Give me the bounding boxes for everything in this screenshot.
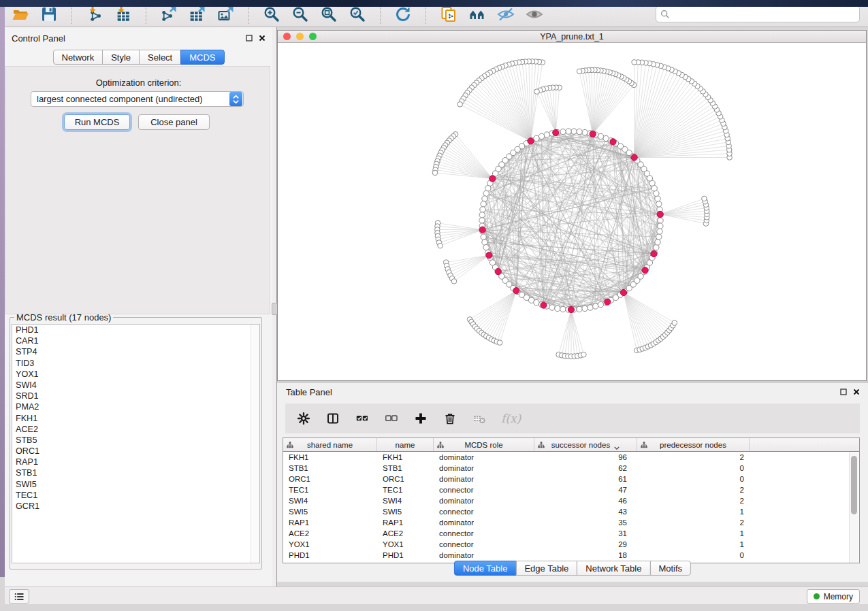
cell-name[interactable]: PHD1: [377, 550, 434, 561]
table-row[interactable]: PHD1PHD1dominator180: [283, 550, 859, 561]
cell-shared_name[interactable]: PHD1: [283, 550, 377, 561]
cell-shared_name[interactable]: FKH1: [283, 452, 377, 463]
mcds-result-item[interactable]: GCR1: [12, 501, 259, 512]
cell-name[interactable]: ORC1: [377, 474, 434, 484]
cell-successors[interactable]: 96: [534, 452, 637, 463]
cell-successors[interactable]: 46: [534, 495, 637, 506]
control-panel-float-button[interactable]: [245, 34, 253, 42]
cell-predecessors[interactable]: 0: [637, 550, 750, 561]
cell-mcds_role[interactable]: dominator: [434, 550, 534, 561]
criterion-select[interactable]: largest connected component (undirected): [31, 91, 244, 107]
mcds-result-item[interactable]: STP4: [12, 346, 259, 357]
cell-successors[interactable]: 18: [534, 550, 637, 561]
mcds-result-item[interactable]: CAR1: [12, 335, 259, 346]
table-row[interactable]: STB1STB1dominator620: [283, 463, 859, 474]
table-panel-close-button[interactable]: [852, 388, 860, 395]
cell-name[interactable]: FKH1: [377, 452, 434, 463]
cell-mcds_role[interactable]: connector: [434, 528, 534, 539]
table-row[interactable]: RAP1RAP1dominator352: [283, 517, 859, 528]
cell-successors[interactable]: 31: [534, 528, 637, 539]
tab-network[interactable]: Network: [52, 50, 103, 65]
network-canvas[interactable]: [278, 43, 866, 380]
mcds-list-scrollbar[interactable]: [251, 325, 259, 563]
mcds-result-item[interactable]: FKH1: [12, 413, 259, 424]
cell-predecessors[interactable]: 1: [637, 539, 750, 550]
cell-predecessors[interactable]: 1: [637, 528, 750, 539]
run-mcds-button[interactable]: Run MCDS: [64, 114, 130, 130]
table-row[interactable]: YOX1YOX1connector291: [283, 539, 859, 550]
table-row[interactable]: ORC1ORC1dominator610: [283, 474, 859, 484]
cell-predecessors[interactable]: 2: [637, 484, 750, 495]
mcds-result-item[interactable]: YOX1: [12, 369, 259, 380]
add-button[interactable]: [413, 411, 428, 426]
table-scrollbar-thumb[interactable]: [851, 456, 857, 514]
mcds-result-item[interactable]: SWI4: [12, 380, 259, 391]
table-scrollbar[interactable]: [849, 452, 858, 563]
cell-name[interactable]: ACE2: [377, 528, 434, 539]
vertical-splitter[interactable]: [272, 27, 277, 587]
table-row[interactable]: SWI5SWI5connector431: [283, 506, 859, 517]
cell-name[interactable]: SWI5: [377, 506, 434, 517]
mcds-result-item[interactable]: PHD1: [12, 325, 259, 335]
tab-select[interactable]: Select: [139, 50, 181, 65]
mcds-result-item[interactable]: TEC1: [12, 490, 259, 501]
cell-predecessors[interactable]: 2: [637, 517, 750, 528]
table-row[interactable]: ACE2ACE2connector311: [283, 528, 859, 539]
cell-predecessors[interactable]: 2: [637, 452, 750, 463]
mcds-result-item[interactable]: ORC1: [12, 446, 259, 457]
cell-mcds_role[interactable]: dominator: [434, 463, 534, 474]
cell-predecessors[interactable]: 0: [637, 463, 750, 474]
cell-shared_name[interactable]: STB1: [283, 463, 377, 474]
table-row[interactable]: TEC1TEC1connector472: [283, 484, 859, 495]
mcds-result-item[interactable]: RAP1: [12, 457, 259, 467]
cell-shared_name[interactable]: ORC1: [283, 474, 377, 484]
mcds-result-item[interactable]: STB5: [12, 435, 259, 446]
column-header-MCDS-role[interactable]: MCDS role: [434, 438, 534, 451]
tab-style[interactable]: Style: [102, 50, 140, 65]
cell-shared_name[interactable]: SWI5: [283, 506, 377, 517]
memory-button[interactable]: Memory: [807, 589, 860, 604]
cell-predecessors[interactable]: 2: [637, 495, 750, 506]
task-history-button[interactable]: [9, 589, 29, 604]
table-row[interactable]: SWI4SWI4dominator462: [283, 495, 859, 506]
column-header-name[interactable]: name: [377, 438, 434, 451]
tab-network-table[interactable]: Network Table: [577, 561, 650, 576]
network-window-titlebar[interactable]: YPA_prune.txt_1: [278, 31, 866, 43]
cell-mcds_role[interactable]: dominator: [434, 474, 534, 484]
mcds-result-item[interactable]: TID3: [12, 358, 259, 369]
cell-successors[interactable]: 61: [534, 474, 637, 484]
mcds-result-item[interactable]: SRD1: [12, 391, 259, 401]
cell-name[interactable]: YOX1: [377, 539, 434, 550]
cell-name[interactable]: SWI4: [377, 495, 434, 506]
tab-motifs[interactable]: Motifs: [649, 561, 691, 576]
cell-shared_name[interactable]: TEC1: [283, 484, 377, 495]
cell-predecessors[interactable]: 1: [637, 506, 750, 517]
tab-edge-table[interactable]: Edge Table: [515, 561, 577, 576]
cell-name[interactable]: STB1: [377, 463, 434, 474]
cell-mcds_role[interactable]: connector: [434, 484, 534, 495]
cell-mcds_role[interactable]: connector: [434, 539, 534, 550]
columns-button[interactable]: [325, 411, 340, 426]
cell-successors[interactable]: 29: [534, 539, 637, 550]
cell-shared_name[interactable]: SWI4: [283, 495, 377, 506]
table-panel-float-button[interactable]: [839, 388, 847, 395]
mcds-result-list[interactable]: PHD1CAR1STP4TID3YOX1SWI4SRD1PMA2FKH1ACE2…: [12, 324, 260, 563]
deselect-all-button[interactable]: [384, 411, 399, 426]
cell-shared_name[interactable]: YOX1: [283, 539, 377, 550]
cell-mcds_role[interactable]: connector: [434, 506, 534, 517]
cell-name[interactable]: TEC1: [377, 484, 434, 495]
cell-mcds_role[interactable]: dominator: [434, 452, 534, 463]
close-panel-button[interactable]: Close panel: [138, 114, 210, 130]
column-header-successor-nodes[interactable]: successor nodes: [534, 438, 637, 451]
cell-shared_name[interactable]: RAP1: [283, 517, 377, 528]
tab-node-table[interactable]: Node Table: [454, 561, 517, 576]
mcds-result-item[interactable]: STB1: [12, 467, 259, 478]
gear-button[interactable]: [296, 411, 311, 426]
select-all-button[interactable]: [355, 411, 370, 426]
control-panel-close-button[interactable]: [258, 34, 266, 42]
column-header-predecessor-nodes[interactable]: predecessor nodes: [637, 438, 750, 451]
cell-successors[interactable]: 35: [534, 517, 637, 528]
cell-successors[interactable]: 47: [534, 484, 637, 495]
node-table[interactable]: shared namenameMCDS rolesuccessor nodesp…: [283, 437, 860, 563]
cell-successors[interactable]: 62: [534, 463, 637, 474]
